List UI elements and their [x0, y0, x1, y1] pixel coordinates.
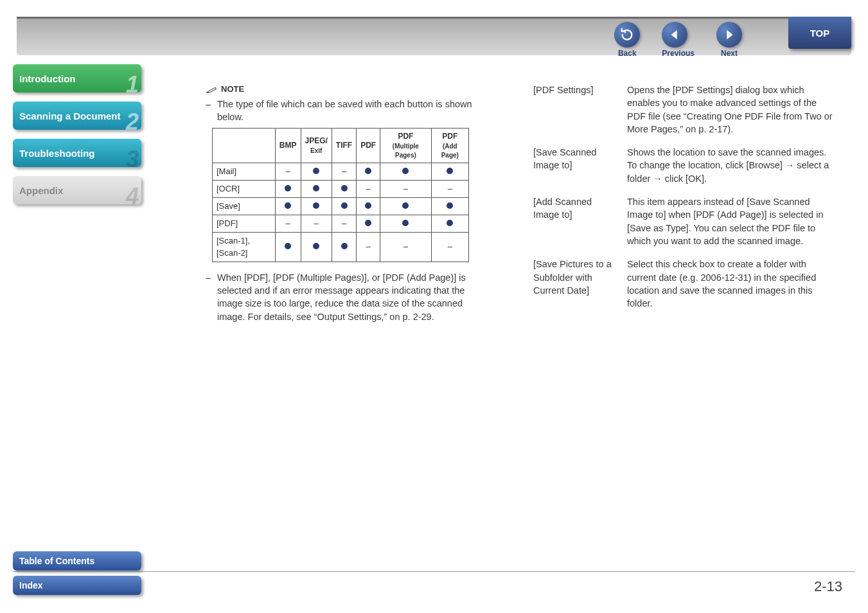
next-button[interactable]: Next: [716, 22, 742, 58]
top-label: TOP: [810, 28, 830, 39]
nav-button-group: Back Previous Next: [614, 22, 742, 58]
back-icon: [614, 22, 640, 48]
table-cell: [332, 233, 356, 262]
footer-nav: Table of Contents Index: [13, 546, 141, 595]
back-button[interactable]: Back: [614, 22, 640, 58]
definition-description: Select this check box to create a folder…: [627, 258, 835, 310]
dot-icon: [402, 202, 409, 209]
dot-icon: [313, 168, 319, 174]
table-cell: [301, 163, 332, 180]
table-cell: [275, 197, 301, 215]
dot-icon: [285, 185, 291, 191]
th-pdf-multi: PDF(Multiple Pages): [380, 128, 431, 163]
definition-term: [Save Scanned Image to]: [533, 146, 617, 185]
table-row: [Save]: [213, 197, 469, 215]
table-cell: –: [431, 180, 468, 197]
definition-description: Opens the [PDF Settings] dialog box whic…: [627, 84, 835, 136]
table-corner: [213, 128, 276, 163]
definition-row: [Add Scanned Image to]This item appears …: [533, 195, 835, 247]
dash: –: [206, 271, 212, 323]
table-row: [Scan-1], [Scan-2]–––: [213, 233, 469, 262]
sidebar-item-label: Troubleshooting: [19, 148, 95, 159]
note-heading-row: NOTE: [206, 84, 482, 95]
dot-icon: [285, 243, 291, 249]
th-jpeg: JPEG/Exif: [301, 128, 332, 163]
definition-term: [Add Scanned Image to]: [533, 195, 617, 247]
definition-list: [PDF Settings]Opens the [PDF Settings] d…: [533, 84, 835, 320]
table-cell: –: [380, 233, 431, 262]
row-header: [OCR]: [213, 180, 276, 197]
previous-button[interactable]: Previous: [662, 22, 695, 58]
table-cell: –: [332, 215, 356, 233]
definition-row: [Save Pictures to a Subfolder with Curre…: [533, 258, 835, 310]
dot-icon: [447, 202, 453, 209]
sidebar: Introduction 1 Scanning a Document 2 Tro…: [13, 64, 141, 213]
table-cell: [357, 197, 380, 215]
note-bullet-1: – The type of file which can be saved wi…: [206, 98, 482, 124]
th-pdf: PDF: [357, 128, 380, 163]
dot-icon: [313, 243, 319, 249]
dot-icon: [285, 202, 291, 209]
sidebar-item-troubleshooting[interactable]: Troubleshooting 3: [13, 139, 141, 167]
dot-icon: [447, 220, 453, 226]
th-tiff: TIFF: [332, 128, 356, 163]
note-bullet-2-text: When [PDF], [PDF (Multiple Pages)], or […: [217, 271, 482, 323]
row-header: [Mail]: [213, 163, 276, 180]
table-cell: –: [431, 233, 468, 262]
sidebar-item-label: Introduction: [19, 73, 75, 84]
table-cell: –: [301, 215, 332, 233]
index-button[interactable]: Index: [13, 576, 141, 595]
top-button[interactable]: TOP: [788, 17, 851, 49]
dot-icon: [341, 185, 348, 191]
note-bullet-1-text: The type of file which can be saved with…: [217, 98, 482, 124]
definition-row: [PDF Settings]Opens the [PDF Settings] d…: [533, 84, 835, 136]
definition-row: [Save Scanned Image to]Shows the locatio…: [533, 146, 835, 185]
dot-icon: [365, 202, 371, 209]
index-label: Index: [19, 580, 43, 591]
dot-icon: [313, 202, 319, 209]
table-cell: [301, 197, 332, 215]
table-cell: [357, 215, 380, 233]
definition-description: This item appears instead of [Save Scann…: [627, 195, 835, 247]
note-heading: NOTE: [221, 84, 244, 95]
toc-button[interactable]: Table of Contents: [13, 551, 141, 571]
table-cell: [431, 215, 468, 233]
header-bar: Back Previous Next TOP: [17, 17, 851, 55]
table-cell: [332, 180, 356, 197]
table-cell: [301, 180, 332, 197]
sidebar-item-introduction[interactable]: Introduction 1: [13, 64, 141, 93]
note-bullet-2: – When [PDF], [PDF (Multiple Pages)], or…: [206, 271, 482, 323]
row-header: [Save]: [213, 197, 276, 215]
sidebar-item-label: Scanning a Document: [19, 111, 121, 121]
row-header: [Scan-1], [Scan-2]: [213, 233, 276, 262]
definition-description: Shows the location to save the scanned i…: [627, 146, 835, 185]
sidebar-item-number: 2: [126, 111, 139, 134]
table-row: [Mail]––: [213, 163, 469, 180]
table-cell: [380, 163, 431, 180]
table-cell: –: [275, 163, 301, 180]
table-cell: [275, 233, 301, 262]
table-row: [PDF]–––: [213, 215, 469, 233]
dot-icon: [365, 220, 371, 226]
table-cell: –: [332, 163, 356, 180]
table-cell: [431, 163, 468, 180]
table-cell: [380, 215, 431, 233]
sidebar-item-appendix[interactable]: Appendix 4: [13, 176, 141, 204]
table-cell: –: [357, 233, 380, 262]
file-type-table: BMP JPEG/Exif TIFF PDF PDF(Multiple Page…: [212, 128, 469, 262]
sidebar-item-scanning[interactable]: Scanning a Document 2: [13, 102, 141, 130]
dash: –: [206, 98, 212, 124]
table-cell: [357, 163, 380, 180]
next-icon: [716, 22, 742, 48]
sidebar-item-number: 3: [126, 148, 139, 171]
sidebar-item-number: 1: [126, 73, 139, 96]
row-header: [PDF]: [213, 215, 276, 233]
table-cell: [301, 233, 332, 262]
dot-icon: [313, 185, 319, 191]
table-cell: –: [275, 215, 301, 233]
table-cell: –: [380, 180, 431, 197]
table-cell: [332, 197, 356, 215]
previous-icon: [662, 22, 687, 48]
table-cell: [275, 180, 301, 197]
page-number: 2-13: [814, 578, 842, 595]
